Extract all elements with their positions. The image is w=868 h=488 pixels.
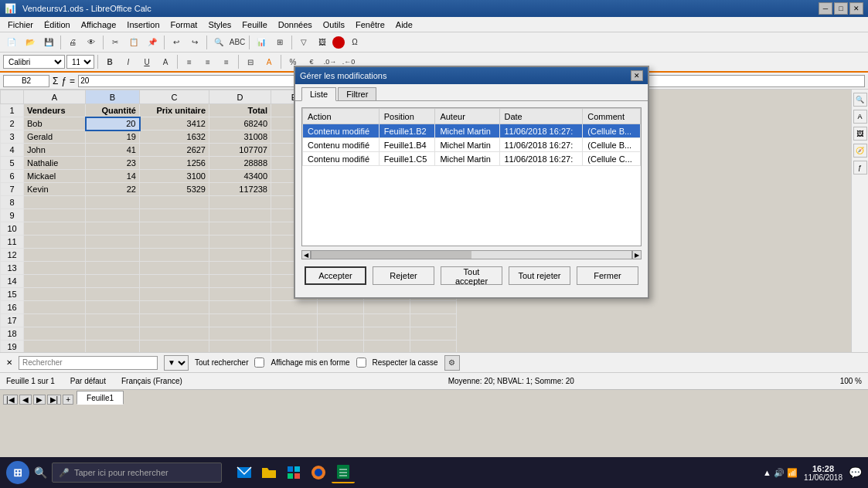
change-auteur-1: Michel Martin (435, 124, 499, 138)
taskbar-apps (233, 462, 355, 483)
col-action[interactable]: Action (303, 109, 380, 124)
dialog-tab-liste[interactable]: Liste (301, 87, 336, 101)
manage-changes-dialog: Gérer les modifications ✕ Liste Filtrer … (294, 66, 649, 299)
dialog-body: Action Position Auteur Date Comment Cont… (295, 101, 648, 297)
change-date-1: 11/06/2018 16:27: (499, 124, 583, 138)
change-action-2: Contenu modifié (303, 138, 380, 152)
svg-rect-1 (288, 466, 293, 472)
dialog-table-header: Action Position Auteur Date Comment (303, 109, 641, 124)
change-row[interactable]: Contenu modifié Feuille1.C5 Michel Marti… (303, 152, 641, 166)
dialog-title-bar: Gérer les modifications ✕ (295, 67, 648, 84)
dialog-tab-filtrer[interactable]: Filtrer (338, 87, 376, 100)
taskbar-system-icons: ▲ 🔊 📶 (763, 468, 798, 478)
dialog-tabs: Liste Filtrer (295, 84, 648, 101)
dialog-table-wrapper: Action Position Auteur Date Comment Cont… (301, 107, 642, 246)
col-comment[interactable]: Comment (583, 109, 641, 124)
date-display: 11/06/2018 (804, 473, 842, 482)
reject-all-button[interactable]: Tout rejeter (509, 266, 570, 285)
svg-rect-4 (294, 473, 300, 479)
scroll-right-btn[interactable]: ▶ (632, 250, 642, 259)
time-display: 16:28 (804, 464, 842, 473)
change-auteur-2: Michel Martin (435, 138, 499, 152)
dialog-changes-table: Action Position Auteur Date Comment Cont… (302, 108, 641, 166)
dialog-buttons: Accepter Rejeter Tout accepter Tout reje… (301, 260, 642, 291)
dialog-close-button[interactable]: ✕ (631, 70, 643, 81)
taskbar: ⊞ 🔍 🎤 Taper ici pour rechercher ▲ 🔊 📶 16… (0, 457, 868, 488)
taskbar-search-placeholder: Taper ici pour rechercher (74, 468, 168, 477)
dialog-title-text: Gérer les modifications (300, 71, 387, 80)
taskbar-app-firefox[interactable] (307, 462, 330, 483)
taskbar-app-store[interactable] (282, 462, 305, 483)
change-position-2: Feuille1.B4 (379, 138, 435, 152)
change-comment-3: (Cellule C... (583, 152, 641, 166)
taskbar-right: ▲ 🔊 📶 16:28 11/06/2018 💬 (763, 464, 862, 482)
svg-rect-7 (337, 465, 349, 479)
change-date-3: 11/06/2018 16:27: (499, 152, 583, 166)
change-comment-1: (Cellule B... (583, 124, 641, 138)
taskbar-time: 16:28 11/06/2018 (804, 464, 842, 482)
change-action-1: Contenu modifié (303, 124, 380, 138)
change-row[interactable]: Contenu modifié Feuille1.B2 Michel Marti… (303, 124, 641, 138)
dialog-overlay: Gérer les modifications ✕ Liste Filtrer … (0, 0, 868, 457)
col-date[interactable]: Date (499, 109, 583, 124)
start-button[interactable]: ⊞ (6, 461, 29, 484)
taskbar-app-calc[interactable] (332, 462, 355, 483)
dialog-scrollbar-area: ◀ ▶ (301, 249, 642, 260)
reject-button[interactable]: Rejeter (373, 266, 434, 285)
taskbar-search-icon[interactable]: 🔍 (34, 466, 47, 479)
taskbar-app-mail[interactable] (233, 462, 256, 483)
search-mic-icon: 🎤 (59, 468, 70, 478)
scrollbar-track[interactable] (311, 250, 632, 259)
svg-point-6 (315, 469, 322, 476)
taskbar-app-folder[interactable] (257, 462, 281, 483)
change-row[interactable]: Contenu modifié Feuille1.B4 Michel Marti… (303, 138, 641, 152)
taskbar-notification[interactable]: 💬 (849, 466, 862, 479)
svg-rect-3 (288, 473, 293, 479)
accept-button[interactable]: Accepter (305, 266, 366, 285)
change-position-3: Feuille1.C5 (379, 152, 435, 166)
scroll-left-btn[interactable]: ◀ (301, 250, 311, 259)
scrollbar-thumb (311, 251, 471, 259)
change-date-2: 11/06/2018 16:27: (499, 138, 583, 152)
svg-rect-2 (294, 466, 300, 472)
close-dialog-button[interactable]: Fermer (577, 266, 638, 285)
taskbar-search-box[interactable]: 🎤 Taper ici pour rechercher (52, 463, 222, 483)
change-position-1: Feuille1.B2 (379, 124, 435, 138)
col-position[interactable]: Position (379, 109, 435, 124)
change-comment-2: (Cellule B... (583, 138, 641, 152)
col-auteur[interactable]: Auteur (435, 109, 499, 124)
accept-all-button[interactable]: Tout accepter (441, 266, 502, 285)
change-auteur-3: Michel Martin (435, 152, 499, 166)
change-action-3: Contenu modifié (303, 152, 380, 166)
